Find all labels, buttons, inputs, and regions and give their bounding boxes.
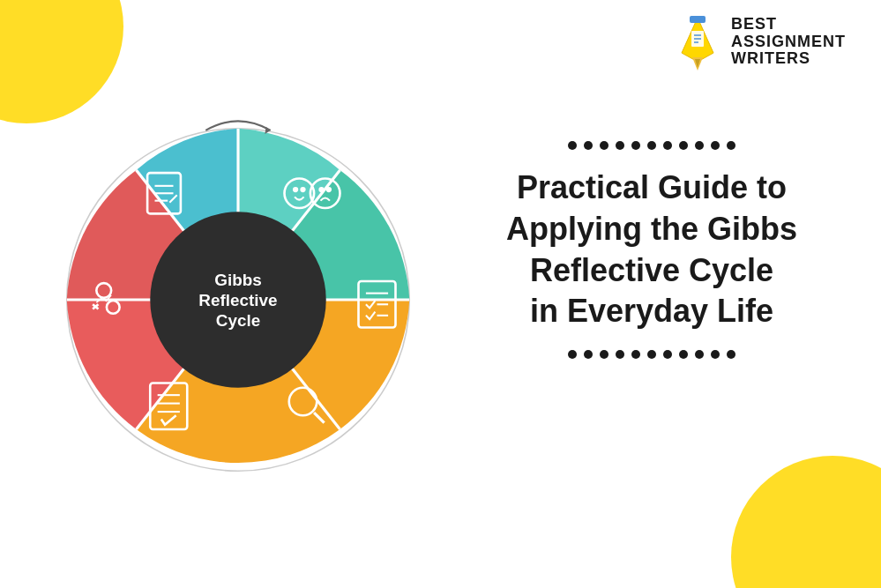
svg-text:Gibbs: Gibbs xyxy=(214,271,262,289)
logo-icon xyxy=(674,13,722,71)
title-line3: Reflective Cycle xyxy=(530,252,773,288)
dot-b2 xyxy=(584,350,593,359)
brand-name-line3: WRITERS xyxy=(731,50,810,68)
dot-b9 xyxy=(695,350,704,359)
dot-10 xyxy=(711,141,720,150)
svg-text:Cycle: Cycle xyxy=(216,311,260,330)
dot-b5 xyxy=(631,350,640,359)
dot-5 xyxy=(631,141,640,150)
dot-4 xyxy=(616,141,624,150)
svg-point-27 xyxy=(301,188,304,191)
dot-3 xyxy=(600,141,608,150)
svg-rect-3 xyxy=(690,16,706,23)
dot-1 xyxy=(568,141,577,150)
diagram-area: Gibbs Reflective Cycle xyxy=(53,88,423,511)
logo-area: BEST ASSIGNMENT WRITERS xyxy=(674,13,846,71)
cycle-diagram: Gibbs Reflective Cycle xyxy=(53,88,423,511)
brand-name: BEST xyxy=(731,16,777,33)
dot-b4 xyxy=(616,350,624,359)
dot-b10 xyxy=(711,350,720,359)
dot-7 xyxy=(663,141,672,150)
svg-point-30 xyxy=(327,188,331,191)
dots-top xyxy=(568,141,735,150)
dot-9 xyxy=(695,141,704,150)
dots-bottom xyxy=(568,350,735,359)
title-line2: Applying the Gibbs xyxy=(506,211,797,247)
deco-circle-bottom-right xyxy=(731,456,881,588)
title-line1: Practical Guide to xyxy=(517,169,787,205)
dot-b6 xyxy=(647,350,656,359)
svg-point-29 xyxy=(319,188,323,191)
title-line4: in Everyday Life xyxy=(530,293,773,329)
dot-b3 xyxy=(600,350,608,359)
dot-11 xyxy=(727,141,735,150)
svg-point-26 xyxy=(294,188,297,191)
dot-b7 xyxy=(663,350,672,359)
dot-b8 xyxy=(679,350,688,359)
dot-b1 xyxy=(568,350,577,359)
brand-name-line2: ASSIGNMENT xyxy=(731,33,846,51)
main-title: Practical Guide to Applying the Gibbs Re… xyxy=(506,167,797,332)
svg-text:Reflective: Reflective xyxy=(198,291,277,309)
dot-8 xyxy=(679,141,688,150)
text-area: Practical Guide to Applying the Gibbs Re… xyxy=(475,141,828,359)
dot-b11 xyxy=(727,350,735,359)
dot-2 xyxy=(584,141,593,150)
logo-text: BEST ASSIGNMENT WRITERS xyxy=(731,16,846,68)
dot-6 xyxy=(647,141,656,150)
